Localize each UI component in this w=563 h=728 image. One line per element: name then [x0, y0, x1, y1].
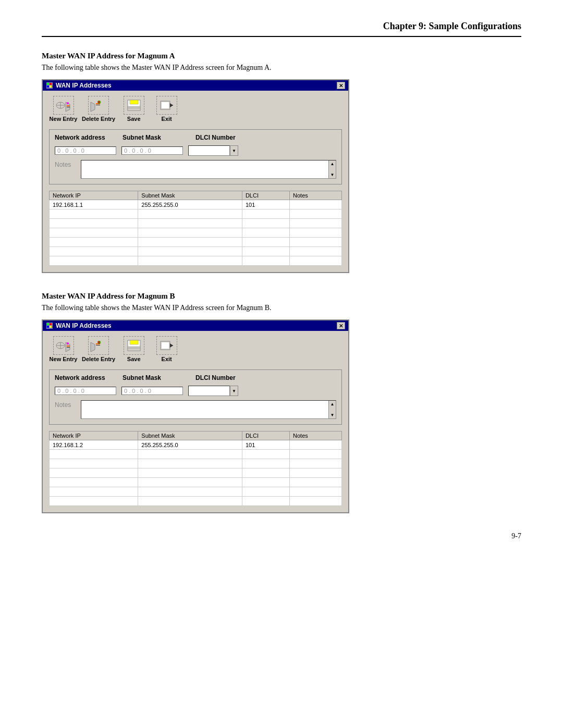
exit-icon-a — [156, 96, 177, 115]
save-icon-b — [124, 336, 144, 355]
svg-rect-22 — [162, 102, 169, 108]
network-ip-value-b: 0 . 0 . 0 . 0 — [57, 388, 84, 394]
save-label-b: Save — [127, 356, 141, 362]
exit-button-b[interactable]: Exit — [152, 336, 181, 362]
table-cell-dlci — [242, 459, 289, 468]
svg-point-10 — [67, 102, 69, 104]
notes-row-b: Notes ▲ ▼ — [55, 400, 336, 419]
table-cell-network_ip — [50, 209, 138, 219]
table-cell-notes — [290, 238, 342, 247]
delete-entry-label-b: Delete Entry — [82, 356, 115, 362]
new-entry-button-a[interactable]: New Entry — [49, 96, 78, 122]
wan-title-icon-b — [46, 322, 53, 329]
dlci-field-b: ▼ — [188, 386, 238, 396]
table-cell-notes — [290, 440, 342, 450]
dlci-dropdown-b[interactable]: ▼ — [230, 386, 238, 396]
table-cell-network_ip — [50, 219, 138, 228]
table-cell-dlci — [242, 247, 289, 256]
network-address-input-b[interactable]: 0 . 0 . 0 . 0 — [55, 387, 116, 395]
section-a-heading: Master WAN IP Address for Magnum A — [42, 52, 521, 60]
dialog-title-a: WAN IP Addresses — [56, 82, 112, 89]
data-table-a: Network IP Subnet Mask DLCI Notes 192.16… — [49, 191, 342, 266]
save-button-b[interactable]: Save — [119, 336, 148, 362]
table-cell-subnet_mask — [138, 450, 242, 459]
svg-rect-36 — [96, 345, 100, 346]
scroll-down-b[interactable]: ▼ — [329, 412, 336, 418]
subnet-mask-label-a: Subnet Mask — [123, 134, 190, 141]
table-row: 192.168.1.1255.255.255.0101 — [50, 200, 342, 209]
network-address-input-a[interactable]: 0 . 0 . 0 . 0 — [55, 146, 116, 155]
table-cell-dlci — [242, 219, 289, 228]
dialog-title-b: WAN IP Addresses — [56, 322, 112, 329]
close-button-b[interactable]: ✕ — [337, 322, 345, 329]
delete-entry-button-b[interactable]: Delete Entry — [82, 336, 115, 362]
scroll-up-b[interactable]: ▲ — [329, 401, 336, 408]
scroll-down-a[interactable]: ▼ — [329, 171, 336, 178]
new-entry-button-b[interactable]: New Entry — [49, 336, 78, 362]
subnet-mask-label-b: Subnet Mask — [123, 374, 190, 381]
table-cell-dlci — [242, 497, 289, 506]
wan-title-icon-a — [46, 82, 53, 89]
dlci-input-b[interactable] — [188, 386, 230, 396]
notes-scrollbar-b[interactable]: ▲ ▼ — [328, 401, 336, 418]
dlci-number-label-a: DLCI Number — [195, 134, 236, 141]
table-row — [50, 209, 342, 219]
form-inputs-row-a: 0 . 0 . 0 . 0 0 . 0 . 0 . 0 ▼ — [55, 145, 336, 156]
notes-textarea-a[interactable]: ▲ ▼ — [81, 160, 336, 179]
table-cell-network_ip: 192.168.1.1 — [50, 200, 138, 209]
data-table-b: Network IP Subnet Mask DLCI Notes 192.16… — [49, 431, 342, 506]
form-labels-row-b: Network address Subnet Mask DLCI Number — [55, 374, 336, 381]
table-row — [50, 478, 342, 487]
table-cell-dlci — [242, 228, 289, 238]
save-button-a[interactable]: Save — [119, 96, 148, 122]
table-cell-subnet_mask — [138, 219, 242, 228]
notes-scrollbar-a[interactable]: ▲ ▼ — [328, 161, 336, 178]
table-cell-subnet_mask — [138, 478, 242, 487]
table-cell-network_ip — [50, 238, 138, 247]
exit-button-a[interactable]: Exit — [152, 96, 181, 122]
subnet-mask-input-b[interactable]: 0 . 0 . 0 . 0 — [121, 387, 183, 395]
subnet-mask-value-b: 0 . 0 . 0 . 0 — [124, 388, 151, 394]
network-address-label-a: Network address — [55, 134, 117, 141]
new-entry-label-b: New Entry — [50, 356, 78, 362]
table-cell-dlci: 101 — [242, 440, 289, 450]
dlci-input-a[interactable] — [188, 145, 230, 156]
subnet-mask-value-a: 0 . 0 . 0 . 0 — [124, 147, 151, 154]
svg-rect-12 — [96, 105, 100, 105]
scroll-up-a[interactable]: ▲ — [329, 161, 336, 167]
table-row — [50, 256, 342, 266]
table-cell-subnet_mask — [138, 256, 242, 266]
close-button-a[interactable]: ✕ — [337, 82, 345, 89]
section-b-heading: Master WAN IP Address for Magnum B — [42, 292, 521, 301]
notes-label-b: Notes — [55, 400, 81, 409]
svg-rect-8 — [67, 105, 70, 106]
table-cell-subnet_mask — [138, 468, 242, 478]
table-cell-subnet_mask — [138, 209, 242, 219]
table-cell-network_ip — [50, 247, 138, 256]
subnet-mask-input-a[interactable]: 0 . 0 . 0 . 0 — [121, 146, 183, 155]
new-entry-icon-b — [53, 336, 74, 355]
svg-rect-28 — [50, 326, 52, 328]
table-cell-notes — [290, 459, 342, 468]
dlci-dropdown-a[interactable]: ▼ — [230, 145, 238, 156]
table-cell-notes — [290, 247, 342, 256]
delete-entry-button-a[interactable]: Delete Entry — [82, 96, 115, 122]
table-cell-dlci — [242, 487, 289, 497]
table-cell-subnet_mask — [138, 487, 242, 497]
dialog-body-a: New Entry Delete Entry — [43, 91, 348, 272]
svg-rect-41 — [130, 340, 138, 344]
notes-textarea-b[interactable]: ▲ ▼ — [81, 400, 336, 419]
svg-rect-17 — [130, 100, 138, 104]
table-cell-network_ip — [50, 450, 138, 459]
svg-rect-9 — [67, 107, 70, 107]
table-cell-subnet_mask — [138, 228, 242, 238]
exit-icon-b — [156, 336, 177, 355]
table-row — [50, 228, 342, 238]
table-cell-notes — [290, 209, 342, 219]
table-header-row-a: Network IP Subnet Mask DLCI Notes — [50, 191, 342, 200]
dialog-wan-ip-a: WAN IP Addresses ✕ New En — [42, 79, 349, 273]
table-cell-subnet_mask: 255.255.255.0 — [138, 200, 242, 209]
save-label-a: Save — [127, 116, 141, 122]
svg-rect-32 — [67, 346, 70, 347]
table-cell-notes — [290, 478, 342, 487]
